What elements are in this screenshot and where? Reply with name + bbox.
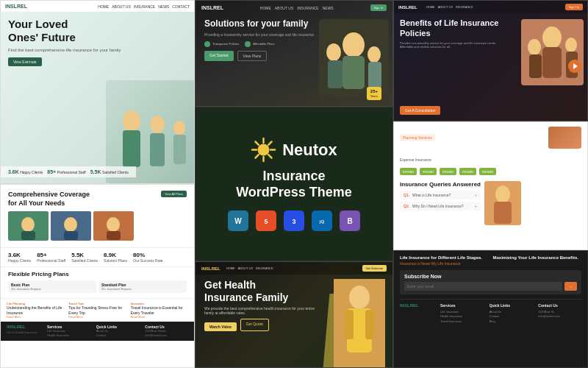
- svg-point-19: [326, 43, 341, 61]
- right-nav: INSLREL HOME ABOUT US INSURANCE Sign Up: [394, 1, 587, 13]
- brand-center-section: Neutox Insurance WordPress Theme W 5: [195, 107, 393, 261]
- view-estimate-button[interactable]: View Estimate: [8, 57, 42, 66]
- right-hero-text: Provides a trustworthy service for your …: [400, 41, 503, 49]
- gh-nav-insurance[interactable]: INSURANCE: [256, 266, 273, 270]
- hero-subtitle: Find the best comprehensive life insuran…: [8, 47, 187, 53]
- subscribe-title: Subscribe Now: [404, 274, 577, 279]
- coverage-title: Comprehensive Coverage for All Your Need…: [8, 191, 96, 208]
- svg-rect-49: [542, 47, 562, 78]
- get-quote-btn[interactable]: Get Quote: [240, 319, 269, 331]
- get-health-subtitle: We provide the best comprehensive health…: [204, 306, 322, 315]
- nav-news[interactable]: NEWS: [158, 4, 169, 9]
- subscribe-email-input[interactable]: [404, 282, 562, 291]
- card-coverage: Comprehensive Coverage for All Your Need…: [0, 184, 195, 368]
- nav-about[interactable]: ABOUT US: [112, 4, 130, 9]
- gh-nav-home[interactable]: HOME: [226, 266, 235, 270]
- view-all-plans-btn[interactable]: View All Plans: [161, 191, 187, 197]
- jquery-icon: jQ: [312, 210, 332, 231]
- right-hero-title: Benefits of Life Insurance Policies: [400, 18, 503, 39]
- rnav-home[interactable]: HOME: [426, 5, 435, 9]
- view-plans-btn[interactable]: View Plans: [237, 51, 268, 61]
- center-nav-links: HOME ABOUT US INSURANCE NEWS: [260, 6, 334, 10]
- rnav-about[interactable]: ABOUT US: [438, 5, 453, 9]
- cnav-news[interactable]: NEWS: [323, 6, 334, 10]
- get-started-btn[interactable]: Get Started: [204, 51, 234, 61]
- card-subscribe: Life Insurance for Different Life Stages…: [393, 250, 588, 368]
- brand-logo-row: Neutox: [251, 137, 337, 163]
- svg-point-8: [21, 217, 35, 232]
- query-item-1[interactable]: Q1. What is Life Insurance? +: [400, 191, 481, 199]
- main-container: INSLREL HOME ABOUT US INSURANCE NEWS CON…: [0, 0, 588, 368]
- cnav-home[interactable]: HOME: [260, 6, 271, 10]
- footer-right-services: Services Life Insurance Health Insurance…: [440, 303, 484, 324]
- logo: INSLREL: [5, 4, 27, 9]
- center-column: INSLREL HOME ABOUT US INSURANCE NEWS Sig…: [195, 0, 393, 368]
- sign-in-button[interactable]: Sign In: [370, 4, 387, 11]
- mid-right-header: Planning Services: [400, 127, 581, 149]
- brand-name: Neutox: [282, 141, 337, 160]
- rnav-insurance[interactable]: INSURANCE: [456, 5, 473, 9]
- cnav-insurance[interactable]: INSURANCE: [297, 6, 318, 10]
- pricing-card-standard: Standard Plan 25+ Insurance Reports: [98, 280, 187, 293]
- svg-point-5: [173, 121, 185, 135]
- footer-links-col: Quick Links About Us Contact: [96, 325, 140, 338]
- subscribe-submit-button[interactable]: →: [564, 282, 577, 291]
- expand-icon-1[interactable]: +: [474, 193, 477, 197]
- svg-rect-6: [173, 135, 186, 164]
- center-hero-text: Providing a trustworthy service for your…: [204, 32, 315, 38]
- planning-img: [548, 127, 581, 149]
- br-section-1: Life Insurance for Different Life Stages…: [400, 255, 489, 266]
- footer-right-links: Quick Links About Us Contact Blog: [490, 303, 533, 324]
- svg-rect-51: [529, 54, 542, 78]
- orange-circle-button[interactable]: [568, 60, 581, 73]
- envato-badge-4: envato: [459, 168, 476, 175]
- gh-nav-about[interactable]: ABOUT US: [238, 266, 253, 270]
- stat-staff: 85+ Professional Staff: [47, 169, 85, 174]
- coverage-img-1: [8, 211, 49, 241]
- footer-cols: INSLREL Services Life Insurance Health I…: [400, 299, 581, 324]
- nav-contact[interactable]: CONTACT: [172, 4, 190, 9]
- card-queries: Planning Services Expense Insurance enva…: [393, 121, 588, 250]
- nav-links: HOME ABOUT US INSURANCE NEWS CONTACT: [98, 4, 190, 9]
- stat-5.5k: 5.5K Satisfied Clients: [71, 252, 98, 263]
- expand-icon-2[interactable]: +: [474, 204, 477, 208]
- sign-up-button[interactable]: Sign Up: [565, 4, 583, 10]
- blog-item-3: Insurance Travel Insurance is Essential …: [131, 302, 188, 319]
- hero-content: Your Loved Ones' Future Find the best co…: [1, 12, 194, 72]
- svg-point-48: [542, 26, 562, 49]
- subscribe-section: Subscribe Now →: [400, 270, 581, 294]
- stat-satisfied: 5.5K Satisfied Clients: [90, 169, 129, 174]
- cnav-about[interactable]: ABOUT US: [275, 6, 293, 10]
- blog-item-2: Travel Tips Tips for Traveling Stress-Fr…: [68, 302, 126, 319]
- nav-insurance[interactable]: INSURANCE: [134, 4, 155, 9]
- footer-logo-col: INSLREL Life & Health Insurance: [7, 325, 41, 338]
- feature-icon-1: [204, 41, 210, 47]
- center-family-image: [319, 19, 389, 96]
- query-item-2[interactable]: Q2. Why Do I Need Life Insurance? +: [400, 202, 481, 210]
- center-hero-title: Solutions for your family: [204, 18, 315, 30]
- svg-text:3: 3: [292, 218, 295, 225]
- svg-rect-46: [365, 310, 374, 339]
- svg-rect-9: [21, 231, 35, 240]
- hero-title: Your Loved Ones' Future: [8, 18, 187, 44]
- watch-video-btn[interactable]: Watch Video: [204, 322, 237, 331]
- svg-point-43: [349, 286, 370, 309]
- html5-icon: 5: [256, 210, 276, 231]
- svg-point-57: [495, 185, 510, 203]
- nav-home[interactable]: HOME: [98, 4, 109, 9]
- feature-transparent: Transparent Policies: [204, 41, 239, 47]
- blog-strip: Life Planning Understanding the Benefits…: [1, 298, 194, 322]
- feature-affordable: Affordable Plans: [245, 41, 274, 47]
- person-image: [334, 279, 385, 367]
- get-estimate-button[interactable]: Get Estimate: [362, 265, 387, 272]
- person-img-queries: [484, 181, 521, 228]
- consultation-btn[interactable]: Get A Consultation: [400, 106, 440, 115]
- get-health-nav: INSLREL HOME ABOUT US INSURANCE Get Esti…: [196, 262, 392, 275]
- stats-bar: 3.6K Happy Clients 85+ Professional Staf…: [1, 247, 194, 266]
- pricing-grid: Basic Plan 10+ Insurance Reports Standar…: [8, 280, 187, 293]
- br-top-row: Life Insurance for Different Life Stages…: [400, 255, 581, 266]
- footer-left: INSLREL Life & Health Insurance Services…: [1, 322, 194, 341]
- center-logo: INSLREL: [201, 5, 223, 10]
- center-nav: INSLREL HOME ABOUT US INSURANCE NEWS Sig…: [196, 1, 392, 15]
- svg-point-14: [107, 217, 120, 232]
